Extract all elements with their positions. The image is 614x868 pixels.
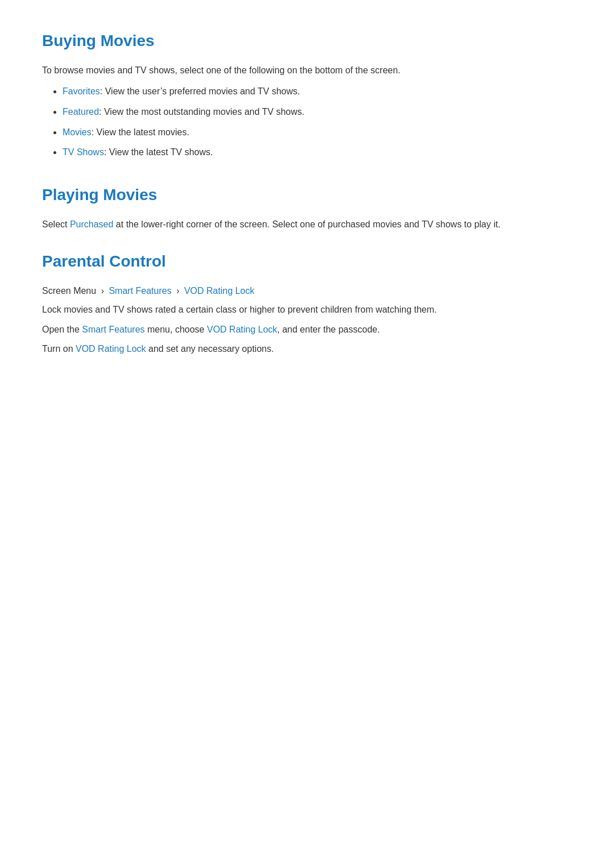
breadcrumb-prefix: Screen Menu xyxy=(42,286,96,296)
line3-prefix: Turn on xyxy=(42,344,76,354)
list-item: Featured: View the most outstanding movi… xyxy=(63,105,572,119)
line3-suffix: and set any necessary options. xyxy=(146,344,274,354)
buying-movies-title: Buying Movies xyxy=(42,28,572,54)
playing-movies-prefix: Select xyxy=(42,219,70,229)
playing-movies-title: Playing Movies xyxy=(42,182,572,208)
movies-link[interactable]: Movies xyxy=(63,127,92,137)
buying-movies-list: Favorites: View the user’s preferred mov… xyxy=(42,84,572,159)
parental-control-line2: Open the Smart Features menu, choose VOD… xyxy=(42,322,572,337)
line2-mid: menu, choose xyxy=(145,325,207,334)
playing-movies-intro: Select Purchased at the lower-right corn… xyxy=(42,217,572,232)
list-item: Movies: View the latest movies. xyxy=(63,125,572,140)
movies-text: : View the latest movies. xyxy=(92,127,189,137)
list-item: TV Shows: View the latest TV shows. xyxy=(63,145,572,160)
featured-link[interactable]: Featured xyxy=(63,107,99,117)
parental-control-section: Parental Control Screen Menu › Smart Fea… xyxy=(42,249,572,357)
favorites-link[interactable]: Favorites xyxy=(63,86,100,96)
buying-movies-intro: To browse movies and TV shows, select on… xyxy=(42,63,572,78)
list-item: Favorites: View the user’s preferred mov… xyxy=(63,84,572,99)
parental-control-title: Parental Control xyxy=(42,249,572,275)
playing-movies-section: Playing Movies Select Purchased at the l… xyxy=(42,182,572,232)
playing-movies-suffix: at the lower-right corner of the screen.… xyxy=(113,219,500,229)
breadcrumb: Screen Menu › Smart Features › VOD Ratin… xyxy=(42,284,572,298)
smart-features-link[interactable]: Smart Features xyxy=(82,325,144,334)
breadcrumb-separator-2: › xyxy=(176,286,179,296)
tvshows-text: : View the latest TV shows. xyxy=(104,147,213,157)
vod-rating-lock-breadcrumb-link[interactable]: VOD Rating Lock xyxy=(184,286,255,296)
vod-rating-lock-link-1[interactable]: VOD Rating Lock xyxy=(207,325,277,334)
parental-control-line3: Turn on VOD Rating Lock and set any nece… xyxy=(42,342,572,356)
line2-suffix: , and enter the passcode. xyxy=(277,325,380,334)
tvshows-link[interactable]: TV Shows xyxy=(63,147,104,157)
vod-rating-lock-link-2[interactable]: VOD Rating Lock xyxy=(76,344,146,354)
smart-features-breadcrumb-link[interactable]: Smart Features xyxy=(109,286,171,296)
line2-prefix: Open the xyxy=(42,325,82,334)
featured-text: : View the most outstanding movies and T… xyxy=(99,107,304,117)
buying-movies-section: Buying Movies To browse movies and TV sh… xyxy=(42,28,572,160)
favorites-text: : View the user’s preferred movies and T… xyxy=(100,86,300,96)
breadcrumb-separator-1: › xyxy=(101,286,104,296)
purchased-link[interactable]: Purchased xyxy=(70,219,114,229)
parental-control-line1: Lock movies and TV shows rated a certain… xyxy=(42,302,572,317)
